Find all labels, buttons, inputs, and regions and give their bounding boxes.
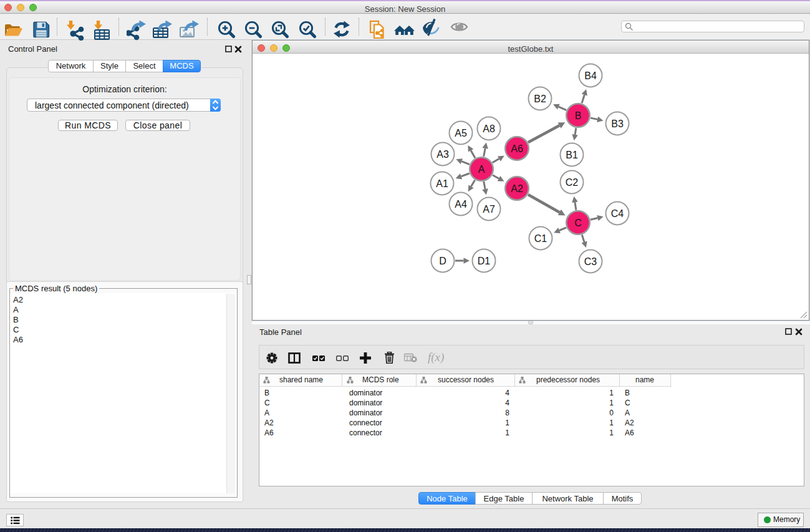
svg-text:A6: A6 [511,143,523,154]
svg-text:A3: A3 [436,149,449,160]
svg-text:C4: C4 [611,208,624,219]
svg-text:C3: C3 [584,256,597,267]
svg-text:C2: C2 [566,177,579,188]
svg-text:A5: A5 [455,128,467,138]
svg-text:A7: A7 [483,204,495,215]
svg-text:B2: B2 [534,94,546,104]
svg-text:D: D [439,256,446,266]
svg-text:A4: A4 [455,199,467,210]
svg-text:C1: C1 [534,233,547,244]
svg-text:A2: A2 [511,183,523,194]
svg-text:B4: B4 [584,70,597,81]
svg-text:A1: A1 [436,178,448,189]
svg-text:C: C [574,218,582,228]
svg-text:B1: B1 [566,150,578,160]
svg-text:A8: A8 [483,123,495,134]
svg-text:A: A [478,164,485,175]
svg-text:B: B [575,110,582,121]
svg-text:D1: D1 [478,256,491,266]
svg-text:B3: B3 [611,118,624,129]
